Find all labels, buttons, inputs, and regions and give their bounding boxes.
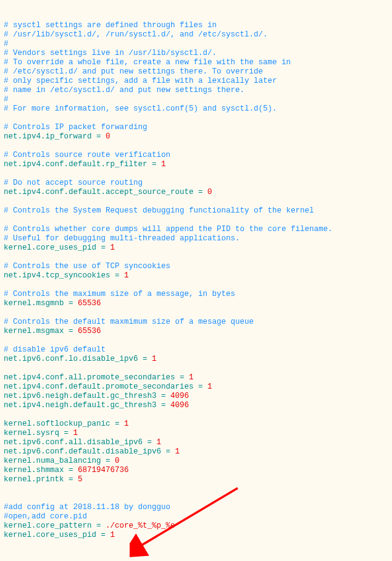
code-line: # Controls source route verification: [4, 151, 388, 160]
code-line: [4, 216, 388, 225]
code-line: [4, 253, 388, 262]
code-line: net.ipv4.conf.default.accept_source_rout…: [4, 188, 388, 197]
code-line: # For more information, see sysctl.conf(…: [4, 104, 388, 114]
code-line: # Controls whether core dumps will appen…: [4, 225, 388, 234]
code-line: [4, 141, 388, 151]
code-line: [4, 114, 388, 123]
code-line: #open,add core.pid: [4, 512, 388, 521]
code-line: kernel.sysrq = 1: [4, 429, 388, 438]
code-line: net.ipv6.neigh.default.gc_thresh3 = 4096: [4, 392, 388, 401]
code-line: kernel.printk = 5: [4, 475, 388, 484]
code-line: # disable ipv6 default: [4, 345, 388, 355]
code-line: # sysctl settings are defined through fi…: [4, 21, 388, 30]
code-line: [4, 169, 388, 179]
code-line: [4, 308, 388, 318]
code-line: net.ipv6.conf.all.disable_ipv6 = 1: [4, 438, 388, 447]
code-line: [4, 336, 388, 345]
code-line: [4, 197, 388, 206]
code-line: net.ipv4.ip_forward = 0: [4, 132, 388, 141]
code-line: net.ipv4.conf.default.rp_filter = 1: [4, 160, 388, 169]
code-line: #: [4, 95, 388, 104]
code-line: net.ipv4.conf.default.promote_secondarie…: [4, 382, 388, 392]
code-line: kernel.msgmnb = 65536: [4, 299, 388, 308]
code-line: # Controls IP packet forwarding: [4, 123, 388, 132]
code-line: kernel.core_pattern = ./core_%t_%p_%e: [4, 521, 388, 531]
code-line: # /etc/sysctl.d/ and put new settings th…: [4, 67, 388, 77]
empty-line-tildes: ~~~~~~~~~~~: [4, 559, 388, 561]
code-line: [4, 364, 388, 373]
code-line: net.ipv6.conf.default.disable_ipv6 = 1: [4, 447, 388, 457]
code-line: # Controls the default maxmimum size of …: [4, 318, 388, 327]
code-line: net.ipv6.conf.lo.disable_ipv6 = 1: [4, 355, 388, 364]
code-line: #add config at 2018.11.18 by dongguo: [4, 503, 388, 512]
code-line: kernel.msgmax = 65536: [4, 327, 388, 336]
tilde-line: ~: [4, 559, 388, 561]
code-line: kernel.shmmax = 68719476736: [4, 466, 388, 475]
code-line: # Vendors settings live in /usr/lib/sysc…: [4, 49, 388, 58]
code-line: # Do not accept source routing: [4, 179, 388, 188]
vim-editor-content[interactable]: # sysctl settings are defined through fi…: [0, 0, 392, 561]
code-line: kernel.core_uses_pid = 1: [4, 531, 388, 540]
file-lines: # sysctl settings are defined through fi…: [4, 21, 388, 540]
code-line: [4, 410, 388, 420]
code-line: [4, 484, 388, 494]
code-line: # Controls the maximum size of a message…: [4, 290, 388, 299]
code-line: # To override a whole file, create a new…: [4, 58, 388, 67]
code-line: kernel.core_uses_pid = 1: [4, 243, 388, 253]
code-line: kernel.softlockup_panic = 1: [4, 420, 388, 429]
code-line: net.ipv4.tcp_syncookies = 1: [4, 271, 388, 280]
code-line: [4, 494, 388, 503]
code-line: net.ipv4.conf.all.promote_secondaries = …: [4, 373, 388, 382]
code-line: # /usr/lib/sysctl.d/, /run/sysctl.d/, an…: [4, 30, 388, 40]
code-line: net.ipv4.neigh.default.gc_thresh3 = 4096: [4, 401, 388, 410]
code-line: [4, 280, 388, 290]
code-line: # name in /etc/sysctl.d/ and put new set…: [4, 86, 388, 95]
code-line: # Useful for debugging multi-threaded ap…: [4, 234, 388, 243]
code-line: # Controls the use of TCP syncookies: [4, 262, 388, 271]
code-line: kernel.numa_balancing = 0: [4, 457, 388, 466]
code-line: # only specific settings, add a file wit…: [4, 77, 388, 86]
code-line: # Controls the System Request debugging …: [4, 206, 388, 216]
code-line: #: [4, 40, 388, 49]
